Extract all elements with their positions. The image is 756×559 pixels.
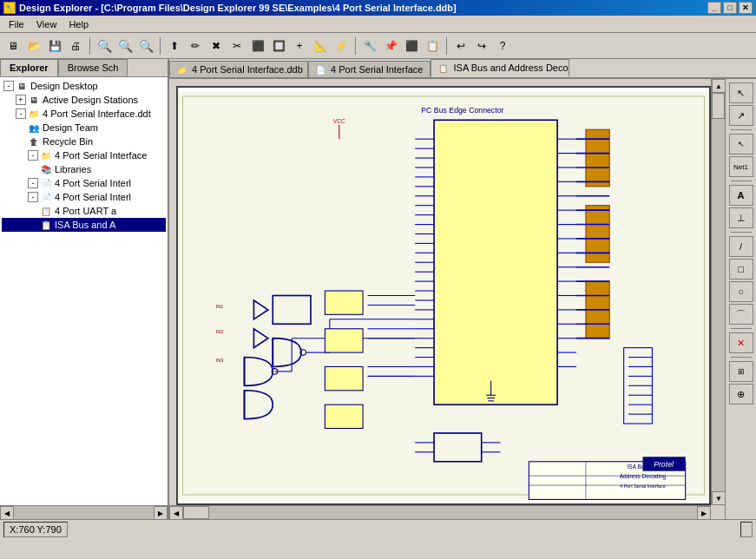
menu-help[interactable]: Help (63, 17, 94, 31)
tab-browse-sch[interactable]: Browse Sch (58, 59, 128, 76)
label-active-stations: Active Design Stations (43, 95, 138, 105)
scroll-h-track[interactable] (183, 506, 697, 519)
sep-2 (160, 37, 161, 55)
rt-arrow-nw[interactable]: ↖ (729, 82, 753, 103)
scroll-v-track[interactable] (712, 93, 725, 491)
rt-cursor[interactable]: ↖ (729, 134, 753, 155)
tab-ddb-file[interactable]: 📁 4 Port Serial Interface.ddb (169, 61, 308, 77)
v-scrollbar[interactable]: ▲ ▼ (711, 79, 725, 505)
scroll-v-thumb[interactable] (712, 93, 725, 119)
menu-file[interactable]: File (3, 17, 30, 31)
expand-4psi2[interactable]: - (28, 192, 38, 202)
title-bar-left: 🔧 Design Explorer - [C:\Program Files\De… (3, 2, 457, 14)
tree-item-active-stations[interactable]: + 🖥 Active Design Stations (2, 93, 166, 107)
label-4psi2: 4 Port Serial Interl (55, 192, 131, 202)
coords-text: X:760 Y:790 (10, 524, 62, 535)
menu-view[interactable]: View (31, 17, 62, 31)
label-ddb: 4 Port Serial Interface.ddt (43, 109, 151, 119)
tree-item-4puart[interactable]: 📋 4 Port UART a (2, 204, 166, 218)
rt-rect[interactable]: □ (729, 259, 753, 280)
schematic-frame[interactable]: PC Bus Edge Connector (176, 86, 711, 505)
rt-text[interactable]: A (729, 185, 753, 206)
expand-ddb[interactable]: - (16, 109, 26, 119)
tree-item-desktop[interactable]: - 🖥 Design Desktop (2, 79, 166, 93)
rt-circle[interactable]: ○ (729, 281, 753, 302)
h-scrollbar[interactable]: ◀ ▶ (169, 505, 711, 519)
tb-clipboard[interactable]: 📋 (423, 36, 442, 56)
status-bar: X:760 Y:790 (0, 519, 756, 538)
tab-isa-bus[interactable]: 📋 ISA Bus and Address Decoding.sch (431, 59, 569, 77)
tree-container[interactable]: - 🖥 Design Desktop + 🖥 Active Design Sta… (0, 77, 168, 505)
tb-help[interactable]: ? (493, 36, 512, 56)
tb-zoom-out[interactable]: 🔍 (115, 36, 135, 56)
tb-redo[interactable]: ↪ (472, 36, 491, 56)
tb-undo[interactable]: ↩ (451, 36, 470, 56)
label-4psi: 4 Port Serial Interface (55, 150, 147, 161)
expand-desktop[interactable]: - (3, 81, 14, 91)
rt-net1[interactable]: Net1 (729, 156, 753, 177)
rt-cross[interactable]: ✕ (729, 332, 753, 353)
title-bar-controls[interactable]: _ □ ✕ (707, 2, 753, 14)
scroll-up[interactable]: ▲ (712, 79, 725, 93)
expand-active-stations[interactable]: + (16, 95, 26, 105)
tb-paste[interactable]: 🔲 (269, 36, 288, 56)
tb-open[interactable]: 📂 (24, 36, 43, 56)
rt-plus[interactable]: ⊕ (729, 384, 753, 404)
rt-grid[interactable]: ⊞ (729, 361, 753, 382)
tb-pencil[interactable]: ✏ (186, 36, 205, 56)
tb-cross[interactable]: ✖ (207, 36, 226, 56)
left-panel: Explorer Browse Sch - 🖥 Design Desktop +… (0, 59, 169, 519)
tb-pin[interactable]: 📌 (381, 36, 400, 56)
tree-item-libraries[interactable]: 📚 Libraries (2, 162, 166, 176)
tab-4psi[interactable]: 📄 4 Port Serial Interface (308, 61, 431, 77)
tb-zoom-in[interactable]: 🔍 (95, 36, 114, 56)
left-scroll-left[interactable]: ◀ (0, 506, 14, 520)
tab-isa-label: ISA Bus and Address Decoding.sch (454, 62, 570, 73)
left-scroll-right[interactable]: ▶ (154, 506, 168, 520)
close-button[interactable]: ✕ (739, 2, 753, 14)
scroll-down[interactable]: ▼ (712, 491, 725, 505)
minimize-button[interactable]: _ (707, 2, 721, 14)
doc-tabs: 📁 4 Port Serial Interface.ddb 📄 4 Port S… (169, 59, 756, 79)
tb-zoom-fit[interactable]: 🔍 (136, 36, 155, 56)
scroll-h-thumb[interactable] (183, 506, 209, 519)
tb-measure[interactable]: 📐 (311, 36, 330, 56)
tree-item-ddb[interactable]: - 📁 4 Port Serial Interface.ddt (2, 107, 166, 121)
tb-desktop[interactable]: 🖥 (3, 36, 23, 56)
tb-sq[interactable]: ⬛ (402, 36, 421, 56)
toolbar: 🖥 📂 💾 🖨 🔍 🔍 🔍 ⬆ ✏ ✖ ✂ ⬛ 🔲 + 📐 ⚡ 🔧 📌 ⬛ 📋 … (0, 33, 756, 59)
icon-4psi2: 📄 (40, 191, 52, 203)
tb-lightning[interactable]: ⚡ (332, 36, 351, 56)
tab-explorer[interactable]: Explorer (0, 59, 58, 76)
tree-item-isa-bus[interactable]: 📋 ISA Bus and A (2, 218, 166, 232)
tb-cut[interactable]: ✂ (227, 36, 247, 56)
svg-text:PC Bus Edge Connector: PC Bus Edge Connector (421, 106, 503, 115)
left-panel-hscroll[interactable]: ◀ ▶ (0, 505, 168, 519)
tb-save[interactable]: 💾 (45, 36, 64, 56)
tb-print[interactable]: 🖨 (66, 36, 85, 56)
tree-item-4psi[interactable]: - 📁 4 Port Serial Interface (2, 148, 166, 162)
svg-rect-80 (325, 404, 363, 428)
expand-4psi[interactable]: - (28, 150, 38, 161)
tb-arrow-up[interactable]: ⬆ (165, 36, 184, 56)
scroll-left[interactable]: ◀ (169, 506, 183, 519)
rt-line[interactable]: ⊥ (729, 207, 753, 228)
maximize-button[interactable]: □ (723, 2, 737, 14)
tab-ddb-label: 4 Port Serial Interface.ddb (192, 64, 303, 75)
schematic-area[interactable]: PC Bus Edge Connector (169, 79, 725, 519)
rt-arrow-ne[interactable]: ↗ (729, 105, 753, 126)
tb-copy[interactable]: ⬛ (248, 36, 267, 56)
tree-item-design-team[interactable]: 👥 Design Team (2, 121, 166, 135)
tb-settings[interactable]: 🔧 (360, 36, 379, 56)
scroll-right[interactable]: ▶ (697, 506, 711, 519)
left-scroll-track[interactable] (14, 506, 154, 519)
label-4psi1: 4 Port Serial Interl (55, 178, 131, 188)
svg-rect-79 (325, 366, 363, 390)
rt-slash[interactable]: / (729, 236, 753, 257)
tree-item-4psi2[interactable]: - 📄 4 Port Serial Interl (2, 190, 166, 204)
tree-item-4psi1[interactable]: - 📄 4 Port Serial Interl (2, 176, 166, 190)
expand-4psi1[interactable]: - (28, 178, 38, 188)
tree-item-recycle[interactable]: 🗑 Recycle Bin (2, 135, 166, 148)
rt-arc[interactable]: ⌒ (729, 304, 753, 325)
tb-add[interactable]: + (290, 36, 309, 56)
